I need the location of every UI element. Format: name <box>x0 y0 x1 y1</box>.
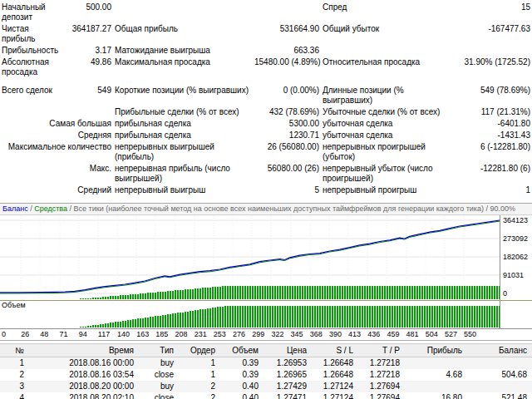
x-axis-label: 253 <box>214 330 226 339</box>
stat-value: 6 (-12281.80) <box>456 141 532 163</box>
trade-cell: 1.27429 <box>264 381 312 392</box>
trade-cell: 504.68 <box>467 369 532 381</box>
stat-label: Матожидание выигрыша <box>113 45 253 57</box>
x-axis-label: 413 <box>348 330 361 339</box>
trade-row[interactable]: 42018.08.20 02:10close20.401.274711.2712… <box>0 392 532 399</box>
x-axis-label: 322 <box>271 330 283 339</box>
column-header: Цена <box>264 344 312 357</box>
stat-label: Длинные позиции (% выигравших) <box>321 78 456 106</box>
stat-label <box>0 106 65 118</box>
summary-row: Самая большаяприбыльная сделка5300.00убы… <box>0 118 532 130</box>
stat-value: 1230.71 <box>253 130 321 141</box>
column-header: Объем <box>220 344 264 357</box>
stat-label: Прибыльность <box>0 45 65 57</box>
stat-value: 49.86 <box>65 57 113 78</box>
trade-cell: 1.26965 <box>264 369 312 381</box>
stat-label: Начальный депозит <box>0 2 65 23</box>
stat-value: 31.90% (1725.52) <box>456 57 532 78</box>
x-axis-label: 299 <box>252 330 264 339</box>
trade-cell: 2018.08.20 02:10 <box>29 392 139 399</box>
stat-value <box>456 45 532 57</box>
trade-cell: 0.39 <box>220 369 264 381</box>
stat-label: Спред <box>321 2 456 23</box>
trade-cell: 2018.08.16 00:00 <box>29 357 139 370</box>
stat-label <box>321 45 456 57</box>
x-axis-label: 185 <box>155 330 168 339</box>
trade-cell: 1.27124 <box>312 381 358 392</box>
summary-row: Среднийнепрерывный выигрыш5непрерывный п… <box>0 185 532 196</box>
column-header: Тип <box>139 344 179 357</box>
volume-panel[interactable]: Объем <box>0 300 532 328</box>
summary-row: Максимальное количествонепрерывных выигр… <box>0 141 532 163</box>
stat-label: Короткие позиции (% выигравших) <box>113 78 253 106</box>
column-header: Время <box>29 344 139 357</box>
stat-label: Чистая прибыль <box>0 23 65 45</box>
stat-value: 549 <box>65 78 113 106</box>
stat-value: 1 <box>456 185 532 196</box>
trade-cell: 1.26648 <box>312 369 358 381</box>
stat-value: 3.17 <box>65 45 113 57</box>
x-axis-label: 481 <box>406 330 419 339</box>
stat-label: Средний <box>0 185 113 196</box>
trade-cell: 1.27694 <box>358 392 405 399</box>
stat-value: -6401.80 <box>456 118 532 130</box>
stat-value: -167477.63 <box>456 23 532 45</box>
trade-cell: 2 <box>179 392 220 399</box>
column-header: S / L <box>312 344 358 357</box>
y-axis-label: 0 <box>503 289 507 298</box>
stat-value: -12281.80 (6) <box>456 163 532 185</box>
stat-label: Общая прибыль <box>113 23 253 45</box>
stat-value <box>65 106 113 118</box>
volume-panel-label: Объем <box>2 301 26 310</box>
summary-row: Абсолютная просадка49.86Максимальная про… <box>0 57 532 78</box>
stat-label: Средняя <box>0 130 113 141</box>
column-header: № <box>0 344 29 357</box>
legend-separator: / <box>484 204 490 213</box>
x-axis-label: 117 <box>98 330 110 339</box>
trade-row[interactable]: 22018.08.16 03:54close10.391.269651.2664… <box>0 369 532 381</box>
trade-cell: 0.39 <box>220 357 264 370</box>
column-header: T / P <box>358 344 405 357</box>
trade-cell <box>405 357 467 370</box>
trade-row[interactable]: 12018.08.16 00:00buy10.391.269531.266481… <box>0 357 532 370</box>
x-axis-label: 459 <box>387 330 399 339</box>
backtest-graph: Баланс / Средства / Все тики (наиболее т… <box>0 203 532 341</box>
stat-value: 15480.00 (4.89%) <box>253 57 321 78</box>
trade-cell <box>405 381 467 392</box>
stat-value: 364187.27 <box>65 23 113 45</box>
balance-plot-area[interactable]: 364123273092182062910310 <box>0 215 532 300</box>
trade-cell: buy <box>139 357 179 370</box>
stat-label: непрерывный проигрыш <box>321 185 456 196</box>
stat-value: 432 (78.69%) <box>253 106 321 118</box>
trade-cell: 1.26953 <box>264 357 312 370</box>
trade-cell <box>467 357 532 370</box>
stat-label: непрерывный убыток (число проигрышей) <box>321 163 456 185</box>
legend-separator: / <box>67 204 74 213</box>
x-axis-label: 390 <box>329 330 342 339</box>
summary-row: Начальный депозит500.00Спред15 <box>0 2 532 23</box>
stat-value: 56080.00 (26) <box>253 163 321 185</box>
trade-cell: 3 <box>0 381 29 392</box>
stat-value: -1431.43 <box>456 130 532 141</box>
trade-cell: 1.27694 <box>358 381 405 392</box>
volume-bars-svg <box>0 301 500 328</box>
stat-value: 663.36 <box>253 45 321 57</box>
x-axis-label: 140 <box>117 330 130 339</box>
y-axis: 364123273092182062910310 <box>500 215 532 300</box>
trade-cell: 1 <box>179 357 220 370</box>
stat-label: Самая большая <box>0 118 113 130</box>
stat-label: Макс. <box>0 163 113 185</box>
x-axis-label: 0 <box>2 330 6 339</box>
trade-row[interactable]: 32018.08.20 00:00buy20.401.274291.271241… <box>0 381 532 392</box>
x-axis-label: 231 <box>195 330 207 339</box>
trades-header-row: №ВремяТипОрдерОбъемЦенаS / LT / PПрибыль… <box>0 344 532 357</box>
x-axis-label: 368 <box>310 330 323 339</box>
trade-cell: 0.40 <box>220 381 264 392</box>
trade-cell: 4 <box>0 392 29 399</box>
trade-cell: 521.48 <box>467 392 532 399</box>
stat-label: непрерывных проигрышей (убыток) <box>321 141 456 163</box>
trade-cell: 1 <box>179 369 220 381</box>
graph-legend: Баланс / Средства / Все тики (наиболее т… <box>0 204 532 215</box>
report-summary: Начальный депозит500.00Спред15Чистая при… <box>0 2 532 196</box>
trade-cell: close <box>139 392 179 399</box>
